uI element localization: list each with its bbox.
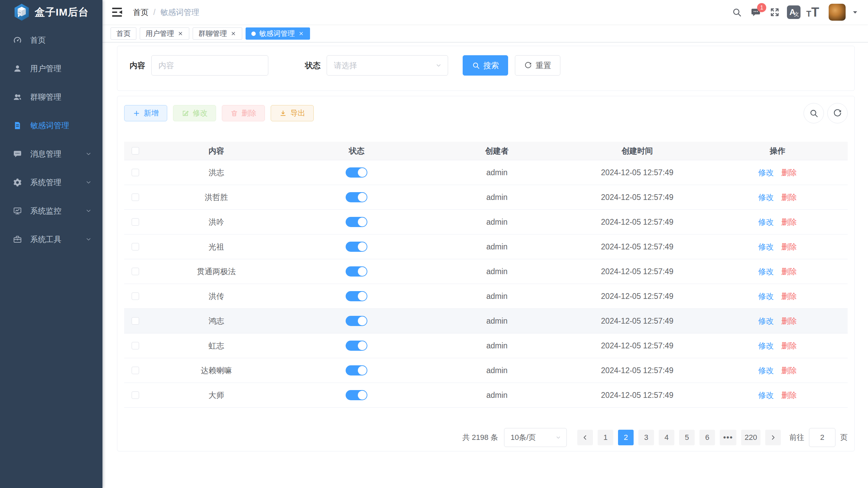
edit-button[interactable]: 修改 xyxy=(173,105,216,121)
show-search-button[interactable] xyxy=(804,103,824,123)
status-toggle[interactable] xyxy=(346,365,367,375)
add-button[interactable]: 新增 xyxy=(124,105,167,121)
app-logo[interactable]: 盒子IM后台 xyxy=(0,0,102,24)
header-search-icon[interactable] xyxy=(729,4,745,20)
edit-link[interactable]: 修改 xyxy=(758,242,774,252)
row-checkbox[interactable] xyxy=(132,194,139,201)
row-checkbox[interactable] xyxy=(132,268,139,275)
edit-link[interactable]: 修改 xyxy=(758,341,774,351)
sidebar-item-system-mgmt[interactable]: 系统管理 xyxy=(0,168,102,197)
row-checkbox[interactable] xyxy=(132,367,139,374)
user-avatar[interactable] xyxy=(829,4,846,21)
tab-group-mgmt[interactable]: 群聊管理 xyxy=(193,27,242,40)
delete-link[interactable]: 删除 xyxy=(781,266,797,277)
pagination-next-button[interactable] xyxy=(765,430,781,445)
font-size-icon[interactable]: T T xyxy=(805,6,821,18)
fullscreen-icon[interactable] xyxy=(767,4,783,20)
delete-link[interactable]: 删除 xyxy=(781,192,797,203)
row-checkbox[interactable] xyxy=(132,317,139,325)
sidebar-item-user-mgmt[interactable]: 用户管理 xyxy=(0,54,102,83)
goto-page-input[interactable] xyxy=(809,428,835,447)
status-toggle[interactable] xyxy=(346,390,367,400)
delete-link[interactable]: 删除 xyxy=(781,365,797,376)
table-row[interactable]: 洪传 admin 2024-12-05 12:57:49 修改 删除 xyxy=(124,284,848,309)
page-size-select[interactable]: 10条/页 xyxy=(504,428,567,447)
table-row[interactable]: 洪哲胜 admin 2024-12-05 12:57:49 修改 删除 xyxy=(124,185,848,210)
language-switch-icon[interactable]: A 文 xyxy=(786,4,802,20)
status-toggle[interactable] xyxy=(346,341,367,351)
edit-link[interactable]: 修改 xyxy=(758,266,774,277)
select-all-checkbox[interactable] xyxy=(132,147,139,155)
sidebar-item-group-mgmt[interactable]: 群聊管理 xyxy=(0,83,102,111)
delete-link[interactable]: 删除 xyxy=(781,242,797,252)
table-row[interactable]: 洪吟 admin 2024-12-05 12:57:49 修改 删除 xyxy=(124,210,848,235)
row-checkbox[interactable] xyxy=(132,169,139,176)
status-toggle[interactable] xyxy=(346,266,367,277)
page-button-220[interactable]: 220 xyxy=(741,430,760,445)
row-checkbox[interactable] xyxy=(132,342,139,349)
page-button-5[interactable]: 5 xyxy=(679,430,695,445)
delete-link[interactable]: 删除 xyxy=(781,341,797,351)
row-checkbox[interactable] xyxy=(132,218,139,226)
delete-link[interactable]: 删除 xyxy=(781,316,797,326)
user-menu-caret-icon[interactable] xyxy=(851,8,859,16)
table-row[interactable]: 贯通两极法 admin 2024-12-05 12:57:49 修改 删除 xyxy=(124,259,848,284)
close-icon[interactable] xyxy=(298,30,304,37)
row-checkbox[interactable] xyxy=(132,243,139,250)
table-row[interactable]: 光祖 admin 2024-12-05 12:57:49 修改 删除 xyxy=(124,235,848,259)
search-button[interactable]: 搜索 xyxy=(463,55,508,76)
breadcrumb-item-home[interactable]: 首页 xyxy=(133,7,149,18)
table-row[interactable]: 达赖喇嘛 admin 2024-12-05 12:57:49 修改 删除 xyxy=(124,358,848,383)
page-button-6[interactable]: 6 xyxy=(699,430,715,445)
row-checkbox[interactable] xyxy=(132,292,139,300)
table-row[interactable]: 虹志 admin 2024-12-05 12:57:49 修改 删除 xyxy=(124,333,848,358)
pagination-prev-button[interactable] xyxy=(577,430,593,445)
messages-icon[interactable]: 1 xyxy=(748,4,764,20)
status-select[interactable]: 请选择 xyxy=(327,55,448,76)
table-row[interactable]: 洪志 admin 2024-12-05 12:57:49 修改 删除 xyxy=(124,160,848,185)
sidebar-collapse-icon[interactable] xyxy=(111,6,123,19)
page-button-4[interactable]: 4 xyxy=(659,430,674,445)
close-icon[interactable] xyxy=(230,30,236,37)
close-icon[interactable] xyxy=(177,30,184,37)
edit-link[interactable]: 修改 xyxy=(758,167,774,178)
reset-button[interactable]: 重置 xyxy=(515,55,560,76)
table-row[interactable]: 鸿志 admin 2024-12-05 12:57:49 修改 删除 xyxy=(124,309,848,333)
export-button[interactable]: 导出 xyxy=(271,105,314,121)
page-button-1[interactable]: 1 xyxy=(598,430,613,445)
row-checkbox[interactable] xyxy=(132,391,139,399)
edit-link[interactable]: 修改 xyxy=(758,390,774,401)
sidebar-item-system-monitor[interactable]: 系统监控 xyxy=(0,197,102,225)
status-toggle[interactable] xyxy=(346,316,367,326)
sidebar-item-message-mgmt[interactable]: 消息管理 xyxy=(0,140,102,168)
page-button-2[interactable]: 2 xyxy=(618,430,634,445)
table-row[interactable]: 大师 admin 2024-12-05 12:57:49 修改 删除 xyxy=(124,383,848,408)
sidebar-item-system-tools[interactable]: 系统工具 xyxy=(0,225,102,253)
edit-link[interactable]: 修改 xyxy=(758,316,774,326)
status-toggle[interactable] xyxy=(346,167,367,178)
edit-link[interactable]: 修改 xyxy=(758,291,774,302)
status-toggle[interactable] xyxy=(346,192,367,202)
tab-user-mgmt[interactable]: 用户管理 xyxy=(140,27,189,40)
edit-link[interactable]: 修改 xyxy=(758,365,774,376)
edit-link[interactable]: 修改 xyxy=(758,192,774,203)
content-input[interactable] xyxy=(151,55,268,76)
delete-link[interactable]: 删除 xyxy=(781,217,797,227)
delete-link[interactable]: 删除 xyxy=(781,390,797,401)
refresh-table-button[interactable] xyxy=(827,103,848,123)
tab-sensitive-words[interactable]: 敏感词管理 xyxy=(246,27,310,40)
add-button-label: 新增 xyxy=(144,108,159,118)
status-toggle[interactable] xyxy=(346,242,367,252)
tab-label: 群聊管理 xyxy=(198,29,227,38)
pagination-ellipsis[interactable]: ••• xyxy=(720,430,736,445)
delete-link[interactable]: 删除 xyxy=(781,291,797,302)
status-toggle[interactable] xyxy=(346,291,367,301)
sidebar-item-home[interactable]: 首页 xyxy=(0,26,102,54)
page-button-3[interactable]: 3 xyxy=(638,430,654,445)
tab-home[interactable]: 首页 xyxy=(111,27,136,40)
edit-link[interactable]: 修改 xyxy=(758,217,774,227)
sidebar-item-sensitive-words[interactable]: 敏感词管理 xyxy=(0,111,102,140)
delete-link[interactable]: 删除 xyxy=(781,167,797,178)
delete-button[interactable]: 删除 xyxy=(222,105,265,121)
status-toggle[interactable] xyxy=(346,217,367,227)
